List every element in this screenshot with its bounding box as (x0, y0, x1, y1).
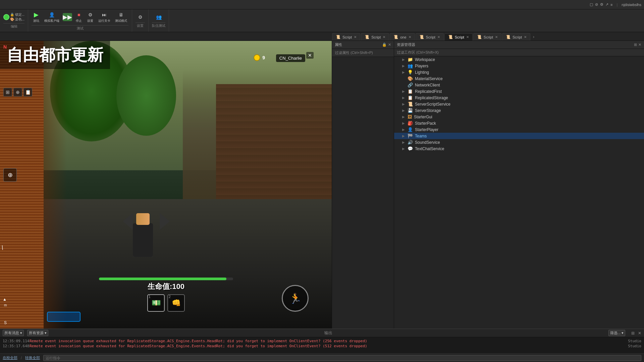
explorer-arrow-teams: ▶ (402, 134, 406, 138)
output-label: 输出 (324, 330, 332, 336)
health-bar-container: 生命值:100 (99, 278, 233, 292)
toolbar-group-settings: ⚙ 设置 (132, 9, 149, 32)
test-mode-button[interactable]: 🖥 测试模式 (114, 11, 128, 24)
explorer-header: 资源管理器 ⊞ ✕ (394, 41, 644, 49)
explorer-label-starterplayer: StarterPlayer (415, 127, 438, 132)
explorer-expand-icon[interactable]: ⊞ (634, 43, 637, 47)
tab-script-4[interactable]: 📜Script✕ (444, 33, 473, 41)
settings-button[interactable]: ⚙ 设置 (86, 11, 95, 24)
tab-script-5[interactable]: 📜Script✕ (473, 33, 501, 41)
stop-button[interactable]: ■ 停止 (74, 11, 84, 24)
tab-one[interactable]: 📜one✕ (390, 33, 415, 41)
tab-close-6[interactable]: ✕ (495, 35, 498, 39)
tab-close-3[interactable]: ✕ (409, 35, 411, 39)
sprint-button[interactable]: 🏃 (282, 285, 309, 312)
tab-script-1[interactable]: 📜Script✕ (332, 33, 360, 41)
more-tabs-indicator[interactable]: › (531, 33, 536, 41)
share-icon[interactable]: ↗ (605, 2, 608, 7)
settings-icon[interactable]: ⚙ (600, 2, 603, 7)
footer-separator: / (21, 356, 22, 360)
explorer-icon-networkclient: 🔗 (408, 82, 413, 87)
nameplate-close-btn[interactable]: ✕ (306, 52, 314, 59)
tab-close-1[interactable]: ✕ (354, 35, 357, 39)
console-expand-icon[interactable]: ⊞ (631, 331, 635, 336)
inventory-slot-1[interactable]: 1 💵 (147, 294, 165, 312)
coin-icon (254, 54, 260, 61)
explorer-arrow-startergui: ▶ (402, 115, 406, 119)
edit-mode-label: 🔒 锁定... (10, 12, 24, 17)
explorer-item-replicatedfirst[interactable]: ▶📋ReplicatedFirst (394, 88, 644, 95)
explorer-item-lighting[interactable]: ▶💡Lighting (394, 69, 644, 75)
tab-script-6[interactable]: 📜Script✕ (502, 33, 530, 41)
properties-close-icon[interactable]: ✕ (388, 43, 391, 47)
search-output-dropdown[interactable]: 筛选... ▾ (608, 330, 625, 336)
console-line: 12:35:17.648 Remote event invocation que… (3, 344, 641, 349)
run-button[interactable]: ⏭ 运行关卡 (97, 11, 112, 24)
message-filter-arrow: ▾ (20, 331, 22, 335)
compass-north: N (3, 44, 7, 50)
deselect-all-link[interactable]: 转换全部 (25, 355, 40, 360)
explorer-item-replicatedstorage[interactable]: ▶📋ReplicatedStorage (394, 95, 644, 101)
explorer-item-players[interactable]: ▶👥Players (394, 63, 644, 69)
play-here-button[interactable]: ▶▶ (63, 13, 72, 21)
explorer-arrow-textchatservice: ▶ (402, 147, 406, 150)
properties-filter: 过滤属性 (Ctrl+Shift+P) (332, 49, 394, 57)
explorer-arrow-lighting: ▶ (402, 70, 406, 74)
simulate-client-button[interactable]: 👤 模拟客户端 (43, 11, 61, 24)
explorer-item-starterpack[interactable]: ▶🎒StarterPack (394, 120, 644, 126)
explorer-arrow-players: ▶ (402, 64, 406, 68)
explorer-title: 资源管理器 (397, 42, 415, 47)
game-settings-button[interactable]: ⚙ (136, 13, 145, 21)
explorer-icon-soundservice: 🔊 (408, 140, 413, 145)
properties-lock-icon[interactable]: 🔒 (382, 43, 387, 47)
run-command-input[interactable] (43, 355, 641, 361)
explorer-item-workspace[interactable]: ▶📁Workspace (394, 56, 644, 63)
toggle-move-button[interactable]: ⊕ (13, 88, 22, 97)
output-label-container: 输出 (52, 330, 605, 336)
tab-close-7[interactable]: ✕ (524, 35, 527, 39)
game-title: 自由都市更新 (7, 44, 103, 66)
console-header: 所有消息 ▾ 所有资源 ▾ 输出 筛选... ▾ ⊞ ✕ (0, 329, 644, 337)
explorer-item-teams[interactable]: ▶🏁Teams (394, 133, 644, 139)
message-filter-label: 所有消息 (4, 330, 19, 336)
tab-close-2[interactable]: ✕ (383, 35, 385, 39)
explorer-item-materialservice[interactable]: 🎨MaterialService (394, 75, 644, 82)
tab-close-4[interactable]: ✕ (437, 35, 440, 39)
bg-tree-right (116, 55, 176, 136)
message-filter-dropdown[interactable]: 所有消息 ▾ (3, 330, 24, 336)
toggle-camera-button[interactable]: 📋 (23, 88, 32, 97)
minimize-icon[interactable]: ⊘ (595, 2, 598, 7)
explorer-item-startergui[interactable]: ▶🖼StarterGui (394, 114, 644, 120)
play-button[interactable]: ▶ 游玩 (32, 11, 41, 24)
source-filter-arrow: ▾ (45, 331, 47, 335)
source-filter-dropdown[interactable]: 所有资源 ▾ (27, 330, 48, 336)
explorer-item-starterplayer[interactable]: ▶👤StarterPlayer (394, 126, 644, 133)
select-all-link[interactable]: 在校全部 (3, 355, 17, 360)
tab-close-5[interactable]: ✕ (466, 35, 469, 39)
restore-icon[interactable]: ▢ (590, 2, 593, 7)
char-head (136, 213, 150, 225)
console-close-icon[interactable]: ✕ (638, 331, 641, 336)
game-viewport[interactable]: 自由都市更新 ⊞ ⊕ 📋 ⊕ / N ▲ m S ✕ (0, 41, 332, 328)
inventory-slot-2[interactable]: 2 👊 (167, 294, 185, 312)
map-button[interactable] (47, 312, 80, 322)
explorer-item-serverstorage[interactable]: ▶💾ServerStorage (394, 107, 644, 114)
console-source: Studio (621, 339, 641, 343)
game-viewport-area[interactable]: 自由都市更新 ⊞ ⊕ 📋 ⊕ / N ▲ m S ✕ (0, 41, 332, 328)
properties-filter-label: 过滤属性 (Ctrl+Shift+P) (335, 51, 373, 55)
movement-control-icon[interactable]: ⊕ (3, 168, 17, 182)
explorer-item-serverscriptservice[interactable]: ▶📜ServerScriptService (394, 101, 644, 107)
explorer-item-networkclient[interactable]: 🔗NetworkClient (394, 82, 644, 88)
player-name-label: CN_Charlie (279, 56, 302, 61)
explorer-item-textchatservice[interactable]: ▶💬TextChatService (394, 145, 644, 152)
toggle-grid-button[interactable]: ⊞ (3, 88, 12, 97)
simulate-label: 模拟客户端 (44, 19, 59, 23)
tab-script-3[interactable]: 📜Script✕ (416, 33, 444, 41)
explorer-close-icon[interactable]: ✕ (638, 43, 641, 47)
team-test-button[interactable]: 👥 (154, 13, 163, 21)
play-label: 游玩 (33, 19, 39, 23)
menu-icon[interactable]: ≡ (610, 3, 612, 7)
explorer-item-soundservice[interactable]: ▶🔊SoundService (394, 139, 644, 145)
main-toolbar: 🔒 锁定... 🎨 染色... 编辑 ▶ 游玩 👤 模拟客户端 ▶▶ ■ (0, 9, 644, 32)
tab-script-2[interactable]: 📜Script✕ (361, 33, 389, 41)
